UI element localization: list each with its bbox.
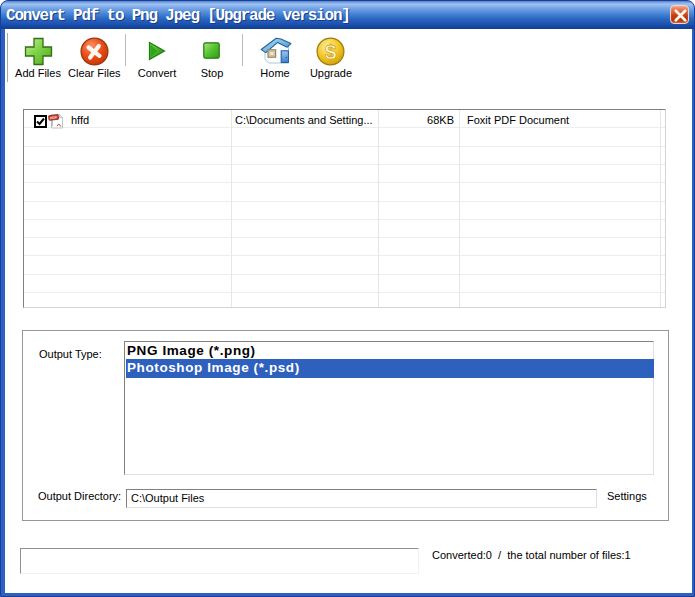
svg-text:$: $ [325, 40, 337, 63]
